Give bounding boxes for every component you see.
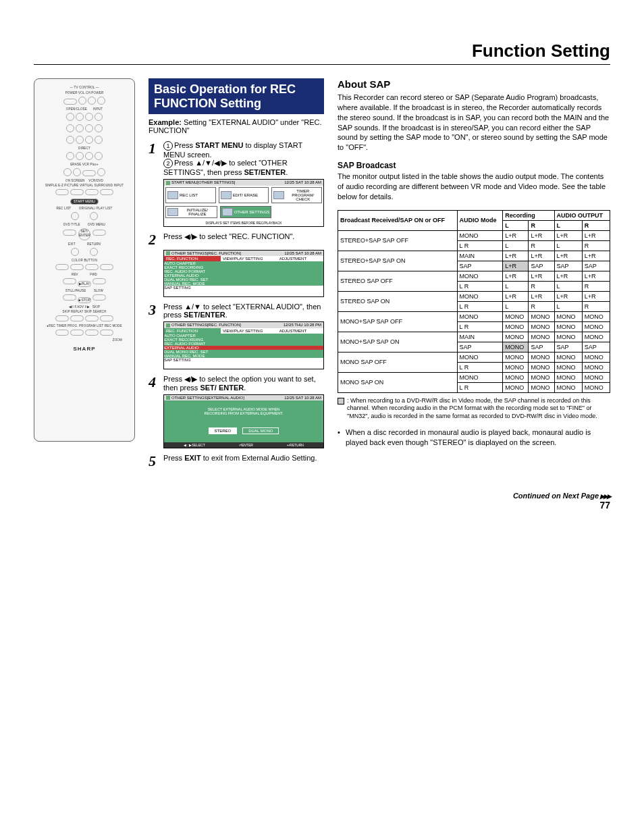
osd-other-settings-1: OTHER SETTINGS[REC. FUNCTION]12/25 SAT 1… xyxy=(163,250,324,297)
example-text: Example: Setting "EXTERNAL AUDIO" under … xyxy=(149,118,324,134)
sap-table: Broadcast Received/SAP ON or OFF AUDIO M… xyxy=(338,210,610,393)
sap-broadcast-body: The monitor output listed in the table s… xyxy=(338,172,610,202)
remote-illustration: — TV CONTROL — POWER VOL CH POWER OPEN/C… xyxy=(34,78,135,442)
mono-bullet: When a disc recorded in monaural audio i… xyxy=(338,427,610,448)
osd-other-settings-2: OTHER SETTINGS[REC. FUNCTION]12/25 THU 1… xyxy=(163,321,324,369)
table-note: : When recording to a DVD-RW/R disc in V… xyxy=(338,397,610,421)
osd-external-audio: OTHER SETTINGS[EXTERNAL AUDIO]12/25 SAT … xyxy=(163,394,324,448)
osd-start-menu: START MENU[OTHER SETTINGS]12/25 SAT 10:2… xyxy=(163,179,324,226)
step-1: 1 1Press START MENU to display START MEN… xyxy=(149,141,324,176)
sap-broadcast-heading: SAP Broadcast xyxy=(338,161,610,170)
step-2: 2 Press ◀/▶ to select "REC. FUNCTION". xyxy=(149,232,324,247)
continued-label: Continued on Next Page xyxy=(513,492,610,500)
step-4: 4 Press ◀/▶ to select the option you wan… xyxy=(149,375,324,392)
section-heading: Basic Operation for REC FUNCTION Setting xyxy=(149,78,324,114)
page-title: Function Setting xyxy=(34,41,610,65)
about-sap-heading: About SAP xyxy=(338,78,610,90)
step-5: 5 Press EXIT to exit from External Audio… xyxy=(149,454,324,469)
step-3: 3 Press ▲/▼ to select "EXTERNAL AUDIO", … xyxy=(149,303,324,319)
about-sap-body: This Recorder can record stereo or SAP (… xyxy=(338,93,610,153)
page-number: 77 xyxy=(599,500,610,511)
